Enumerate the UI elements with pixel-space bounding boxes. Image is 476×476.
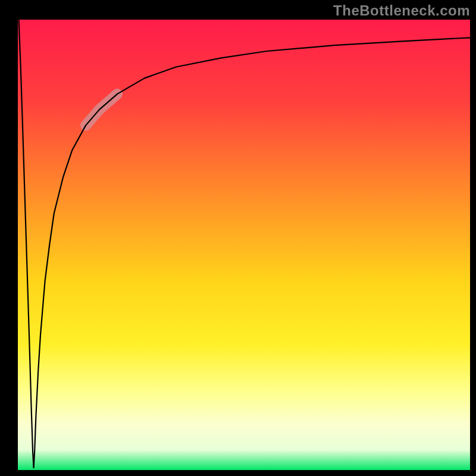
chart-svg	[0, 0, 476, 476]
bottleneck-chart: TheBottleneck.com	[0, 0, 476, 476]
plot-area	[18, 20, 470, 470]
watermark-text: TheBottleneck.com	[333, 2, 470, 19]
